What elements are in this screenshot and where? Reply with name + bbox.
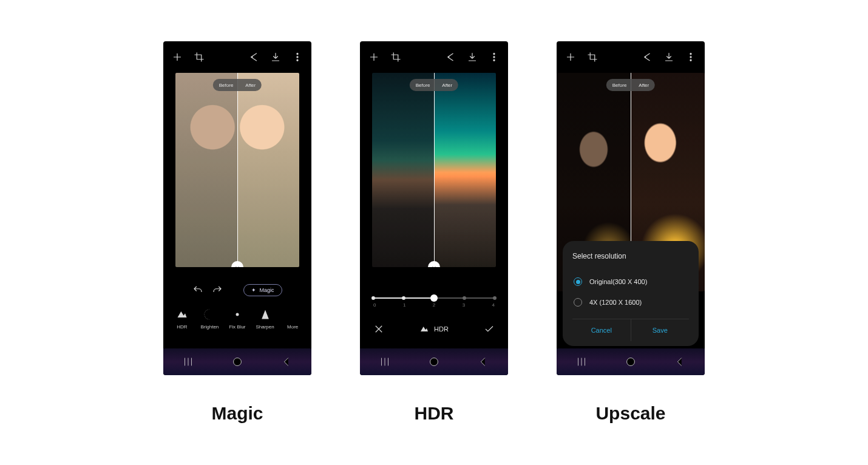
caption-hdr: HDR — [415, 403, 454, 424]
caption-magic: Magic — [211, 403, 263, 424]
more-lines-icon — [287, 308, 299, 321]
save-button[interactable]: Save — [631, 319, 690, 341]
svg-point-14 — [627, 358, 635, 366]
nav-home-icon[interactable] — [427, 355, 441, 368]
hdr-tick-labels: 0 1 2 3 4 — [373, 302, 495, 308]
tool-hdr[interactable]: HDR — [169, 308, 195, 330]
option-label: 4X (1200 X 1600) — [589, 299, 642, 306]
more-icon[interactable] — [489, 52, 500, 63]
image-after — [434, 73, 496, 267]
hdr-tick — [371, 296, 375, 300]
compare-divider[interactable] — [434, 73, 435, 267]
android-navbar — [163, 348, 311, 375]
tool-brighten[interactable]: Brighten — [196, 308, 223, 330]
tool-more[interactable]: More — [279, 308, 306, 330]
phone-hdr: Before After ‹ › 0 1 2 3 — [360, 41, 508, 375]
radio-checked-icon — [574, 277, 582, 286]
download-icon[interactable] — [467, 52, 478, 63]
radio-unchecked-icon — [574, 298, 582, 307]
after-label: After — [436, 83, 458, 88]
crop-icon[interactable] — [587, 52, 598, 63]
share-icon[interactable] — [642, 52, 653, 63]
add-icon[interactable] — [565, 52, 576, 63]
screen-magic-col: Before After ‹ › ✦ Magic — [163, 41, 311, 424]
crop-icon[interactable] — [390, 52, 401, 63]
tool-label: Sharpen — [256, 324, 274, 330]
phone-upscale: Before After Select resolution Original(… — [557, 41, 705, 375]
nav-recent-icon[interactable] — [181, 355, 195, 368]
tool-sharpen[interactable]: Sharpen — [252, 308, 279, 330]
nav-back-icon[interactable] — [673, 355, 687, 368]
svg-point-3 — [205, 310, 215, 320]
screen-hdr-col: Before After ‹ › 0 1 2 3 — [360, 41, 508, 424]
crop-icon[interactable] — [194, 52, 205, 63]
hdr-icon — [176, 308, 188, 321]
more-icon[interactable] — [292, 52, 303, 63]
hdr-text: HDR — [434, 325, 449, 333]
nav-back-icon[interactable] — [476, 355, 490, 368]
download-icon[interactable] — [270, 52, 281, 63]
add-icon[interactable] — [368, 52, 379, 63]
hdr-thumb[interactable] — [430, 294, 438, 302]
sparkle-icon: ✦ — [251, 287, 256, 293]
svg-point-0 — [297, 53, 298, 55]
nav-home-icon[interactable] — [624, 355, 637, 368]
share-icon[interactable] — [445, 52, 456, 63]
svg-point-2 — [297, 59, 298, 61]
hdr-tick — [463, 296, 466, 300]
image-before — [175, 73, 237, 267]
caption-upscale: Upscale — [595, 403, 665, 424]
image-before — [372, 73, 434, 267]
hdr-bottom-row: HDR — [360, 313, 508, 338]
magic-chip-label: Magic — [259, 287, 274, 293]
screens-row: Before After ‹ › ✦ Magic — [163, 41, 705, 424]
tick-label: 3 — [463, 302, 465, 308]
svg-point-11 — [690, 53, 691, 55]
topbar — [360, 41, 508, 73]
resolution-option-original[interactable]: Original(300 X 400) — [572, 271, 689, 292]
cancel-button[interactable]: Cancel — [572, 319, 631, 341]
after-label: After — [632, 83, 655, 88]
confirm-icon[interactable] — [484, 324, 495, 334]
android-navbar — [360, 348, 508, 375]
image-preview: Before After ‹ › — [175, 73, 299, 267]
cancel-icon[interactable] — [373, 324, 384, 334]
tick-label: 0 — [373, 302, 376, 308]
sheet-actions: Cancel Save — [572, 319, 689, 341]
svg-point-9 — [493, 59, 495, 61]
svg-point-1 — [297, 56, 298, 58]
add-icon[interactable] — [172, 52, 183, 63]
compare-divider[interactable] — [237, 73, 238, 267]
option-label: Original(300 X 400) — [589, 278, 647, 285]
phone-magic: Before After ‹ › ✦ Magic — [163, 41, 311, 375]
undo-icon[interactable] — [192, 285, 203, 296]
nav-recent-icon[interactable] — [575, 355, 588, 368]
svg-point-5 — [236, 313, 239, 316]
share-icon[interactable] — [248, 52, 259, 63]
tick-label: 2 — [433, 302, 435, 308]
magic-chip[interactable]: ✦ Magic — [243, 284, 282, 296]
sharpen-icon — [259, 308, 271, 321]
download-icon[interactable] — [663, 52, 674, 63]
hdr-track[interactable] — [373, 297, 495, 299]
svg-point-10 — [430, 358, 438, 366]
nav-back-icon[interactable] — [280, 355, 293, 368]
tick-label: 1 — [403, 302, 405, 308]
screen-upscale-col: Before After Select resolution Original(… — [557, 41, 705, 424]
nav-home-icon[interactable] — [231, 355, 244, 368]
redo-icon[interactable] — [212, 285, 223, 296]
topbar — [557, 41, 705, 73]
fixblur-icon — [231, 308, 243, 321]
nav-recent-icon[interactable] — [378, 355, 392, 368]
image-preview: Before After ‹ › — [372, 73, 496, 267]
more-icon[interactable] — [685, 52, 696, 63]
resolution-option-4x[interactable]: 4X (1200 X 1600) — [572, 292, 689, 313]
svg-point-8 — [493, 56, 495, 58]
tool-fixblur[interactable]: Fix Blur — [224, 308, 251, 330]
hdr-slider[interactable]: 0 1 2 3 4 — [360, 267, 508, 313]
tool-row: HDR Brighten Fix Blur — [163, 305, 311, 333]
tool-label: Brighten — [200, 324, 219, 330]
compare-pill: Before After — [213, 79, 262, 91]
hdr-mode-label: HDR — [419, 324, 449, 334]
svg-point-6 — [234, 358, 242, 366]
